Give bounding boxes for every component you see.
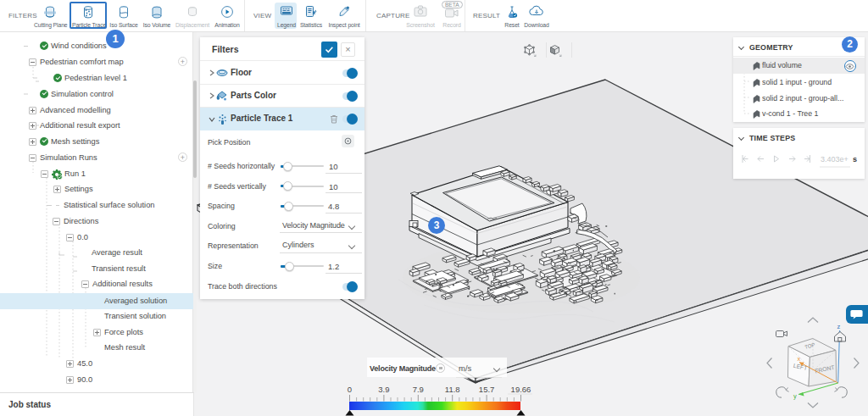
svg-text:19.66: 19.66 xyxy=(511,385,531,394)
svg-text:0: 0 xyxy=(348,385,352,394)
svg-text:x: x xyxy=(798,355,801,363)
svg-text:3.9: 3.9 xyxy=(378,385,389,394)
svg-text:7.9: 7.9 xyxy=(413,385,424,394)
svg-text:y: y xyxy=(793,392,797,400)
svg-text:15.7: 15.7 xyxy=(479,385,495,394)
svg-text:11.8: 11.8 xyxy=(445,385,460,394)
svg-text:z: z xyxy=(837,323,841,330)
